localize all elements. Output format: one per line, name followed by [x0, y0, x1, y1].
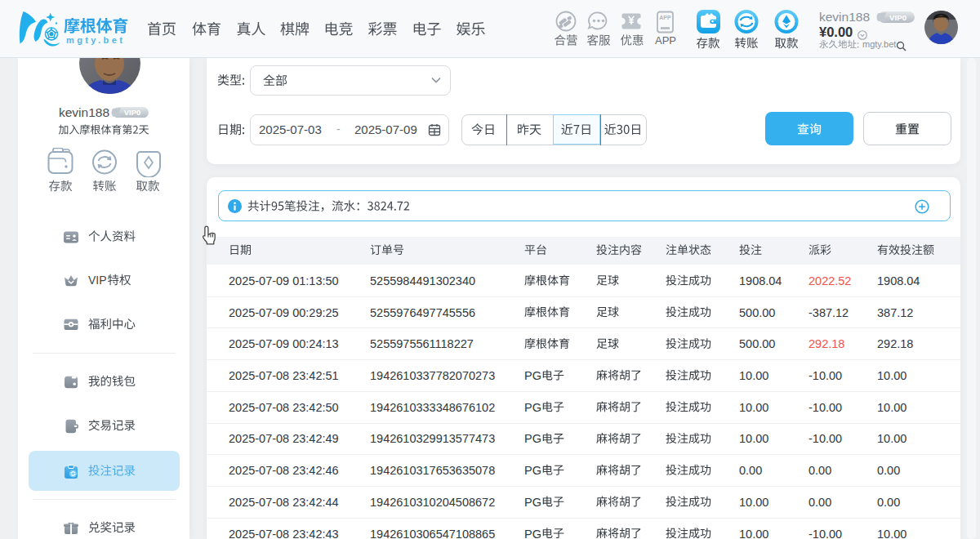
svg-text:VIP0: VIP0 [124, 108, 141, 117]
svg-text:VIP0: VIP0 [889, 12, 906, 21]
svg-text:APP: APP [659, 15, 671, 20]
